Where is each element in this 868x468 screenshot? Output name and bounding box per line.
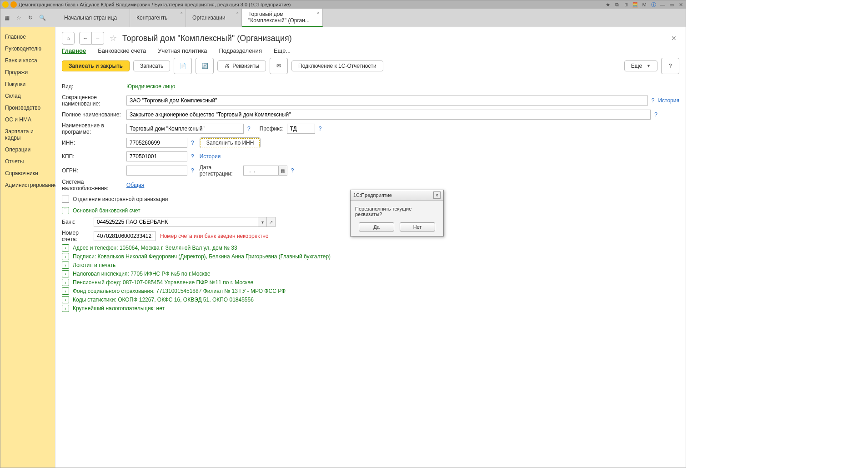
apps-icon[interactable]: ▦ — [3, 14, 10, 21]
expand-toggle[interactable] — [62, 270, 69, 277]
subnav-bank-accounts[interactable]: Банковские счета — [98, 47, 146, 54]
short-name-input[interactable] — [126, 96, 648, 106]
sidebar-item[interactable]: Банк и касса — [0, 55, 55, 66]
ogrn-input[interactable] — [126, 166, 187, 176]
maximize-button[interactable]: ▭ — [668, 1, 675, 8]
tax-system-link[interactable]: Общая — [126, 182, 144, 188]
expand-toggle[interactable] — [62, 296, 69, 303]
kpp-input[interactable] — [126, 151, 187, 161]
minimize-button[interactable]: — — [659, 1, 666, 8]
help-button[interactable]: ? — [661, 58, 679, 74]
subnav-departments[interactable]: Подразделения — [219, 47, 262, 54]
more-button[interactable]: Еще▼ — [624, 60, 657, 71]
sidebar-item[interactable]: Главное — [0, 31, 55, 43]
sidebar-item[interactable]: Склад — [0, 90, 55, 102]
history-icon[interactable]: ↻ — [27, 14, 34, 21]
foreign-branch-checkbox[interactable] — [62, 196, 69, 203]
inn-input[interactable] — [126, 138, 187, 148]
email-icon-button[interactable]: ✉ — [270, 58, 288, 74]
expand-toggle[interactable] — [62, 244, 69, 252]
sidebar-item[interactable]: Покупки — [0, 78, 55, 90]
dropdown-icon[interactable]: ▾ — [258, 217, 267, 227]
history-link[interactable]: История — [658, 97, 679, 104]
connect-1c-button[interactable]: Подключение к 1С-Отчетности — [291, 60, 383, 71]
kpp-history-link[interactable]: История — [200, 153, 221, 160]
close-page-button[interactable]: ✕ — [668, 35, 679, 42]
help-icon[interactable]: ? — [654, 111, 657, 118]
sidebar-item[interactable]: Зарплата и кадры — [0, 126, 55, 144]
expand-toggle[interactable] — [62, 287, 69, 295]
sidebar-item[interactable]: Отчеты — [0, 156, 55, 167]
bank-input[interactable] — [94, 217, 258, 227]
section-link[interactable]: Крупнейший налогоплательщик: нет — [73, 305, 165, 312]
vid-value[interactable]: Юридическое лицо — [126, 83, 175, 90]
section-link[interactable]: Подписи: Ковальков Николай Федорович (Ди… — [73, 253, 331, 260]
expand-toggle[interactable] — [62, 279, 69, 286]
back-button[interactable]: ← — [79, 32, 92, 45]
save-close-button[interactable]: Записать и закрыть — [62, 60, 130, 71]
prog-name-input[interactable] — [126, 124, 244, 134]
sidebar-item[interactable]: Продажи — [0, 66, 55, 78]
sidebar-item[interactable]: Руководителю — [0, 43, 55, 55]
tab-org-form[interactable]: Торговый дом "Комплексный" (Орган... × — [242, 9, 323, 27]
star-icon[interactable]: ☆ — [15, 14, 22, 21]
reg-date-input[interactable] — [243, 166, 279, 176]
help-icon[interactable]: ? — [652, 97, 655, 104]
sidebar-item[interactable]: ОС и НМА — [0, 114, 55, 126]
expand-toggle[interactable] — [62, 262, 69, 269]
bank-label: Банк: — [62, 219, 94, 225]
section-link[interactable]: Коды статистики: ОКОПФ 12267, ОКФС 16, О… — [73, 297, 254, 303]
sidebar-item[interactable]: Справочники — [0, 167, 55, 179]
expand-toggle[interactable] — [62, 207, 69, 214]
titlebar-icon[interactable]: M — [641, 1, 647, 8]
close-icon[interactable]: × — [236, 10, 239, 15]
help-icon[interactable]: ? — [191, 153, 194, 160]
open-icon[interactable]: ↗ — [267, 217, 276, 227]
section-link[interactable]: Пенсионный фонд: 087-107-085454 Управлен… — [73, 279, 253, 286]
tab-counterparties[interactable]: Контрагенты × — [130, 9, 186, 27]
sidebar-item[interactable]: Операции — [0, 144, 55, 156]
section-link[interactable]: Адрес и телефон: 105064, Москва г, Земля… — [73, 245, 237, 251]
subnav-main[interactable]: Главное — [62, 47, 86, 54]
close-icon[interactable]: × — [317, 10, 320, 15]
sidebar-item[interactable]: Производство — [0, 102, 55, 114]
main-bank-header[interactable]: Основной банковский счет — [73, 207, 140, 214]
dialog-yes-button[interactable]: Да — [359, 222, 394, 231]
dialog-close-button[interactable]: × — [433, 191, 441, 199]
titlebar-icon[interactable]: 🗓 — [623, 1, 629, 8]
full-name-input[interactable] — [126, 110, 651, 120]
titlebar-icon[interactable]: 🧮 — [632, 1, 638, 8]
expand-toggle[interactable] — [62, 253, 69, 260]
titlebar-icon[interactable]: ⧉ — [614, 1, 620, 8]
prefix-input[interactable] — [287, 124, 315, 134]
fill-by-inn-button[interactable]: Заполнить по ИНН — [200, 137, 261, 148]
tab-home[interactable]: Начальная страница — [58, 9, 130, 27]
favorite-icon[interactable]: ☆ — [109, 34, 118, 43]
search-icon[interactable]: 🔍 — [39, 14, 46, 21]
home-button[interactable]: ⌂ — [62, 32, 75, 45]
save-button[interactable]: Записать — [133, 60, 170, 71]
info-icon[interactable]: ⓘ — [650, 1, 657, 8]
help-icon[interactable]: ? — [191, 140, 194, 146]
section-link[interactable]: Фонд социального страхования: 7713100154… — [73, 288, 286, 294]
document-icon-button[interactable]: 📄 — [174, 58, 192, 74]
help-icon[interactable]: ? — [319, 126, 322, 132]
dialog-no-button[interactable]: Нет — [400, 222, 435, 231]
help-icon[interactable]: ? — [247, 126, 251, 132]
refresh-icon-button[interactable]: 🔄 — [196, 58, 214, 74]
expand-toggle[interactable] — [62, 305, 69, 312]
help-icon[interactable]: ? — [191, 167, 194, 174]
close-icon[interactable]: × — [180, 10, 183, 15]
titlebar-icon[interactable]: ★ — [605, 1, 611, 8]
help-icon[interactable]: ? — [291, 167, 294, 174]
sidebar-item[interactable]: Администрирование — [0, 179, 55, 191]
section-link[interactable]: Налоговая инспекция: 7705 ИФНС РФ №5 по … — [73, 271, 211, 277]
subnav-more[interactable]: Еще... — [274, 47, 291, 54]
tab-organizations[interactable]: Организации × — [186, 9, 242, 27]
subnav-accounting-policy[interactable]: Учетная политика — [158, 47, 207, 54]
calendar-icon[interactable]: ▦ — [279, 166, 287, 176]
requisites-button[interactable]: 🖨 Реквизиты — [217, 60, 266, 71]
acc-input[interactable] — [94, 231, 156, 241]
close-button[interactable]: ✕ — [677, 1, 684, 8]
section-link[interactable]: Логотип и печать — [73, 262, 115, 268]
